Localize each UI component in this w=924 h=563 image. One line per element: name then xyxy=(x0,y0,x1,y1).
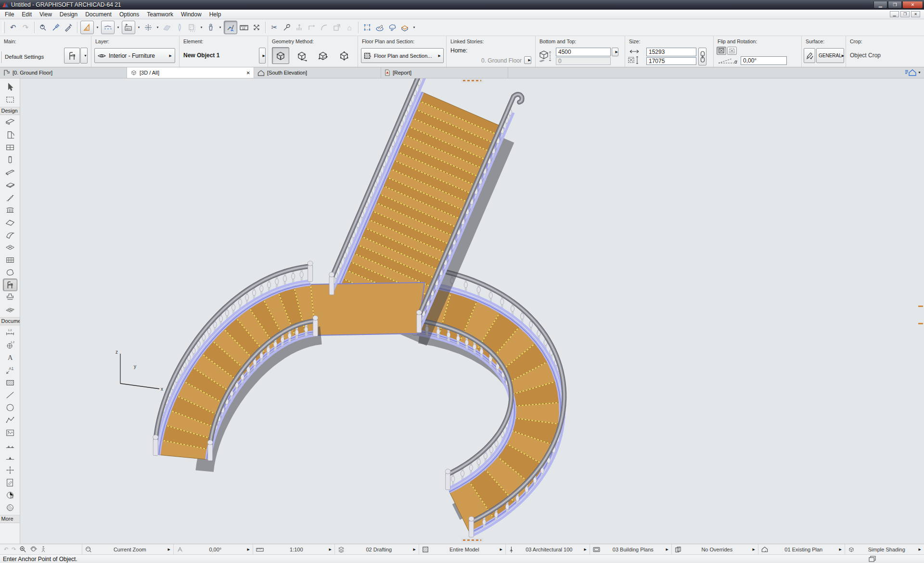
dimension-tool[interactable]: 1.2 xyxy=(3,326,17,339)
back-icon[interactable]: ↶ xyxy=(4,546,8,552)
snap-grid-dropdown[interactable]: ▼ xyxy=(155,21,160,34)
text-tool[interactable]: A xyxy=(3,351,17,364)
snap-guides-dropdown[interactable]: ▼ xyxy=(116,21,121,34)
tab-3d-all[interactable]: [3D / All] ✕ xyxy=(127,67,254,78)
geometry-method-diagonal-button[interactable] xyxy=(314,47,332,64)
trim-icon[interactable] xyxy=(306,22,318,33)
surface-paint-button[interactable] xyxy=(804,48,815,63)
marquee-tool[interactable] xyxy=(3,93,17,106)
geometry-method-simple-button[interactable] xyxy=(272,47,289,64)
walk-icon[interactable] xyxy=(40,546,46,553)
circle-tool[interactable] xyxy=(3,401,17,414)
worksheet-tool[interactable] xyxy=(3,476,17,489)
navigator-dropdown[interactable]: ▼ xyxy=(918,71,921,74)
default-settings-label[interactable]: Default Settings xyxy=(5,54,44,60)
element-snap-button[interactable] xyxy=(224,21,237,34)
geometry-method-rotated-button[interactable] xyxy=(293,47,310,64)
stair-tool[interactable] xyxy=(3,191,17,204)
detail-tool[interactable] xyxy=(3,489,17,501)
figure-tool[interactable] xyxy=(3,426,17,439)
viewport-3d[interactable]: z y x xyxy=(20,78,924,544)
trace-reference-icon[interactable] xyxy=(186,22,198,33)
bottom-top-dropdown[interactable]: ▶ xyxy=(612,48,618,56)
child-restore-button[interactable]: ❐ xyxy=(900,11,910,17)
proportional-link-button[interactable] xyxy=(698,48,706,65)
menu-edit[interactable]: Edit xyxy=(18,10,36,19)
mesh-tool[interactable] xyxy=(3,304,17,316)
home-story-dropdown[interactable]: ▶ xyxy=(524,56,531,64)
size-width-field[interactable]: 15293 xyxy=(646,48,696,56)
menu-file[interactable]: File xyxy=(1,10,18,19)
polyline-tool[interactable] xyxy=(3,414,17,426)
level-dimension-tool[interactable]: 1.2 xyxy=(3,339,17,351)
inject-parameters-icon[interactable] xyxy=(50,22,62,33)
fill-tool[interactable] xyxy=(3,376,17,389)
snap-plane-icon[interactable] xyxy=(174,22,185,33)
trace-reference-dropdown[interactable]: ▼ xyxy=(199,21,204,34)
floor-plan-button[interactable]: Floor Plan and Section... ▶ xyxy=(361,48,444,63)
infobox-grip[interactable] xyxy=(1,51,3,63)
surface-general-button[interactable]: GENERAL ▶ xyxy=(816,48,844,63)
snap-guides-button[interactable] xyxy=(101,21,115,34)
layer-combination-segment[interactable]: 02 Drafting▶ xyxy=(334,544,419,554)
menu-document[interactable]: Document xyxy=(81,10,116,19)
tab-report[interactable]: [Report] xyxy=(381,67,508,78)
beam-tool[interactable] xyxy=(3,166,17,179)
ruler-icon[interactable]: 12 xyxy=(238,22,250,33)
wall-tool[interactable] xyxy=(3,116,17,128)
guide-lines-button[interactable] xyxy=(80,21,94,34)
zone-tool[interactable] xyxy=(3,291,17,304)
label-tool[interactable]: A1 xyxy=(3,364,17,376)
overrides-segment[interactable]: No Overrides▶ xyxy=(671,544,758,554)
close-button[interactable]: ✕ xyxy=(902,1,923,9)
menu-options[interactable]: Options xyxy=(116,10,143,19)
shading-segment[interactable]: Simple Shading▶ xyxy=(845,544,924,554)
guide-lines-dropdown[interactable]: ▼ xyxy=(95,21,100,34)
fillet-icon[interactable] xyxy=(319,22,330,33)
object-tool[interactable] xyxy=(3,279,17,291)
renovation-segment[interactable]: 01 Existing Plan▶ xyxy=(758,544,845,554)
gravity-icon[interactable] xyxy=(205,22,217,33)
morph-tool[interactable] xyxy=(3,266,17,279)
size-height-field[interactable]: 17075 xyxy=(646,57,696,65)
top-offset-field[interactable]: 0 xyxy=(556,57,611,65)
hotspot-tool[interactable] xyxy=(3,464,17,476)
coordinate-input-dropdown[interactable]: ▼ xyxy=(136,21,141,34)
bottom-offset-field[interactable]: 4500 xyxy=(556,48,611,56)
partial-structure-segment[interactable]: Entire Model▶ xyxy=(419,544,505,554)
slab-tool[interactable] xyxy=(3,179,17,191)
bottom-palette-handle[interactable] xyxy=(461,538,483,542)
gravity-dropdown[interactable]: ▼ xyxy=(218,21,223,34)
modify-selection-icon[interactable] xyxy=(361,22,373,33)
zoom-segment[interactable]: Current Zoom▶ xyxy=(82,544,173,554)
main-settings-dropdown[interactable]: ▼ xyxy=(80,48,88,64)
rotation-angle-field[interactable]: 0,00° xyxy=(741,56,787,65)
quick-stretch-icon[interactable] xyxy=(251,22,262,33)
snap-grid-icon[interactable] xyxy=(142,22,154,33)
highlight-icon[interactable] xyxy=(374,22,385,33)
navigator-icon[interactable] xyxy=(904,68,917,77)
menu-help[interactable]: Help xyxy=(205,10,225,19)
menu-window[interactable]: Window xyxy=(177,10,205,19)
default-object-button[interactable] xyxy=(64,48,80,64)
model-view-segment[interactable]: 03 Building Plans▶ xyxy=(590,544,671,554)
window-tool[interactable] xyxy=(3,141,17,154)
restore-button[interactable]: ❐ xyxy=(888,1,902,9)
curtain-wall-tool[interactable] xyxy=(3,254,17,266)
split-icon[interactable]: ✂ xyxy=(269,22,280,33)
mirror-y-button[interactable] xyxy=(727,47,737,55)
markup-cloud-icon[interactable] xyxy=(386,22,398,33)
close-tab-icon[interactable]: ✕ xyxy=(246,70,250,76)
toolbar-grip[interactable] xyxy=(2,22,5,33)
tab-ground-floor[interactable]: [0. Ground Floor] xyxy=(0,67,127,78)
scale-segment[interactable]: 1:100▶ xyxy=(253,544,334,554)
favorite-settings-icon[interactable] xyxy=(63,22,74,33)
elevate-icon[interactable]: ⌂ xyxy=(344,22,355,33)
menu-teamwork[interactable]: Teamwork xyxy=(143,10,177,19)
oblique-grid-icon[interactable] xyxy=(161,22,173,33)
toolbar-overflow-dropdown[interactable]: ▼ xyxy=(411,21,417,34)
layer-button[interactable]: Interior - Furniture ▶ xyxy=(94,48,175,63)
change-tool[interactable] xyxy=(3,501,17,514)
adjust-icon[interactable] xyxy=(281,22,293,33)
elevation-tool[interactable] xyxy=(3,451,17,464)
